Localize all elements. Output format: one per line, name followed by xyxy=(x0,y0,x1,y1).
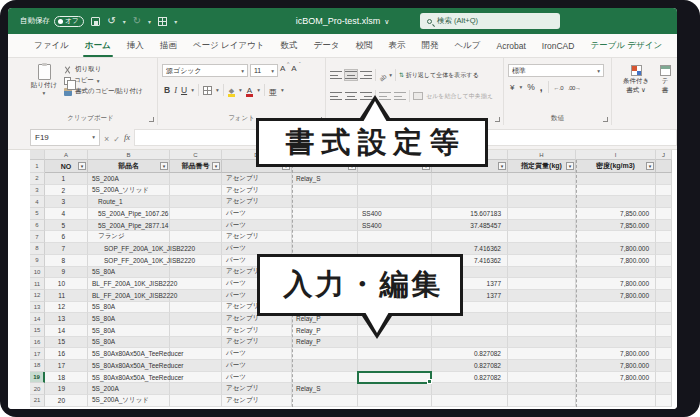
tab-数式[interactable]: 数式 xyxy=(272,34,305,57)
align-left-icon[interactable] xyxy=(330,91,342,101)
cell-G19[interactable]: 0.827082 xyxy=(432,372,508,384)
cell-F5[interactable]: SS400 xyxy=(358,208,432,220)
row-header-17[interactable]: 17 xyxy=(30,348,45,360)
row-header-11[interactable]: 11 xyxy=(30,278,45,290)
orientation-caret-icon[interactable]: ▾ xyxy=(389,72,392,78)
filter-icon[interactable]: ▾ xyxy=(646,162,654,170)
cell-C7[interactable] xyxy=(170,231,222,243)
cell-E5[interactable] xyxy=(292,208,358,220)
cell-D7[interactable]: アセンブリ xyxy=(222,231,292,243)
cell-J3[interactable] xyxy=(656,185,672,197)
cell-I19[interactable]: 7,800.000 xyxy=(576,372,656,384)
cell-H14[interactable] xyxy=(508,313,576,325)
cell-I16[interactable] xyxy=(576,337,656,349)
insert-function-icon[interactable]: fx xyxy=(124,132,130,142)
increase-indent-icon[interactable] xyxy=(394,91,406,101)
cell-C16[interactable] xyxy=(170,337,222,349)
cell-B12[interactable]: BL_FF_200A_10K_JISB2220 xyxy=(88,290,170,302)
cell-C21[interactable] xyxy=(170,395,222,407)
tab-ページ レイアウト[interactable]: ページ レイアウト xyxy=(185,34,273,57)
cell-J8[interactable] xyxy=(656,243,672,255)
cell-B16[interactable]: 5S_80A xyxy=(88,337,170,349)
cell-H2[interactable] xyxy=(508,173,576,185)
cell-B21[interactable]: 5S_200A_ソリッド xyxy=(88,395,170,407)
cell-D21[interactable]: アセンブリ xyxy=(222,395,292,407)
column-header-部品番号[interactable]: 部品番号▾ xyxy=(170,160,222,173)
row-header-16[interactable]: 16 xyxy=(30,337,45,349)
cell-I3[interactable] xyxy=(576,185,656,197)
autosave-toggle[interactable]: 自動保存 オフ xyxy=(20,16,84,27)
cancel-icon[interactable] xyxy=(104,128,109,146)
cell-G2[interactable] xyxy=(432,173,508,185)
cell-E17[interactable] xyxy=(292,348,358,360)
cell-H7[interactable] xyxy=(508,231,576,243)
cell-J12[interactable] xyxy=(656,290,672,302)
row-header-4[interactable]: 4 xyxy=(30,196,45,208)
column-letter-H[interactable]: H xyxy=(508,150,576,160)
tab-テーブル デザイン[interactable]: テーブル デザイン xyxy=(582,34,670,57)
cell-H6[interactable] xyxy=(508,220,576,232)
cell-D20[interactable]: アセンブリ xyxy=(222,383,292,395)
column-header-密度(kg/m3)[interactable]: 密度(kg/m3)▾ xyxy=(576,160,656,173)
cell-J6[interactable] xyxy=(656,220,672,232)
filter-icon[interactable]: ▾ xyxy=(498,162,506,170)
cell-A10[interactable]: 9 xyxy=(45,267,88,279)
cell-I4[interactable] xyxy=(576,196,656,208)
cell-F3[interactable] xyxy=(358,185,432,197)
cell-B15[interactable]: 5S_80A xyxy=(88,325,170,337)
save-icon[interactable] xyxy=(91,17,100,26)
currency-icon[interactable] xyxy=(510,83,514,92)
row-header-10[interactable]: 10 xyxy=(30,267,45,279)
cell-F21[interactable] xyxy=(358,395,432,407)
column-header-NO[interactable]: NO▾ xyxy=(45,160,88,173)
column-header-部品名[interactable]: 部品名▾ xyxy=(88,160,170,173)
cell-B6[interactable]: 5S_200A_Pipe_2877.14 xyxy=(88,220,170,232)
cell-I12[interactable]: 7,800.000 xyxy=(576,290,656,302)
cell-D5[interactable]: パーツ xyxy=(222,208,292,220)
cell-E21[interactable] xyxy=(292,395,358,407)
cell-B10[interactable]: 5S_80A xyxy=(88,267,170,279)
wrap-text-button[interactable]: ⇅ 折り返して全体を表示する xyxy=(399,71,479,80)
cell-A5[interactable]: 4 xyxy=(45,208,88,220)
increase-decimal-icon[interactable] xyxy=(554,83,564,92)
cell-C12[interactable] xyxy=(170,290,222,302)
cell-B11[interactable]: BL_FF_200A_10K_JISB2220 xyxy=(88,278,170,290)
number-format-select[interactable]: 標準▾ xyxy=(508,64,604,77)
percent-icon[interactable] xyxy=(527,82,535,92)
underline-button[interactable] xyxy=(181,85,187,95)
cut-button[interactable]: 切り取り xyxy=(64,65,143,74)
cell-I8[interactable]: 7,800.000 xyxy=(576,243,656,255)
redo-caret-icon[interactable]: ▾ xyxy=(148,18,151,25)
increase-font-icon[interactable]: ^ xyxy=(280,64,285,77)
cell-D4[interactable]: アセンブリ xyxy=(222,196,292,208)
underline-caret-icon[interactable]: ▾ xyxy=(191,87,194,93)
alignment-dialog-launcher-icon[interactable] xyxy=(495,117,500,122)
tab-ファイル[interactable]: ファイル xyxy=(26,34,77,57)
cell-J15[interactable] xyxy=(656,325,672,337)
column-header-指定質量(kg)[interactable]: 指定質量(kg)▾ xyxy=(508,160,576,173)
cell-E19[interactable] xyxy=(292,372,358,384)
cell-G18[interactable]: 0.827082 xyxy=(432,360,508,372)
cell-F4[interactable] xyxy=(358,196,432,208)
cell-B3[interactable]: 5S_200A_ソリッド xyxy=(88,185,170,197)
cell-A15[interactable]: 14 xyxy=(45,325,88,337)
cell-A3[interactable]: 2 xyxy=(45,185,88,197)
cell-A8[interactable]: 7 xyxy=(45,243,88,255)
cell-A18[interactable]: 17 xyxy=(45,360,88,372)
font-color-icon[interactable] xyxy=(246,86,253,95)
cell-H12[interactable] xyxy=(508,290,576,302)
cell-I13[interactable] xyxy=(576,302,656,314)
paste-button[interactable]: 貼り付け ▾ xyxy=(28,62,60,113)
cell-J5[interactable] xyxy=(656,208,672,220)
cell-C13[interactable] xyxy=(170,302,222,314)
cell-A9[interactable]: 8 xyxy=(45,255,88,267)
cell-A21[interactable]: 20 xyxy=(45,395,88,407)
cell-B5[interactable]: 5S_200A_Pipe_1067.26 xyxy=(88,208,170,220)
row-header-2[interactable]: 2 xyxy=(30,173,45,185)
selected-cell-F19[interactable] xyxy=(357,371,432,384)
cell-E7[interactable] xyxy=(292,231,358,243)
filter-icon[interactable]: ▾ xyxy=(212,162,220,170)
cell-J14[interactable] xyxy=(656,313,672,325)
cell-C15[interactable] xyxy=(170,325,222,337)
tab-挿入[interactable]: 挿入 xyxy=(119,34,152,57)
